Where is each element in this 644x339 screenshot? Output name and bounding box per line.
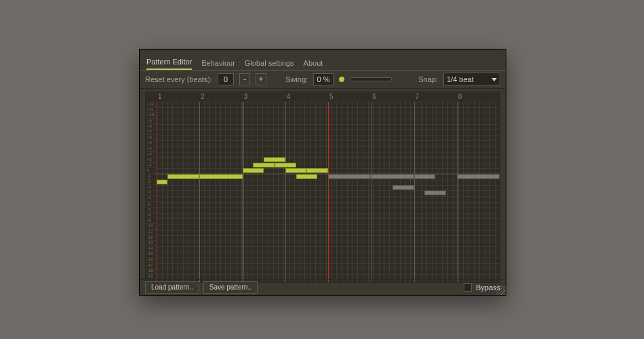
ruler-beat-4: 4	[287, 93, 291, 100]
gutter-label: +1	[147, 163, 152, 167]
tab-about[interactable]: About	[304, 59, 323, 70]
pattern-note[interactable]	[371, 174, 414, 179]
pattern-note[interactable]	[243, 168, 264, 173]
pattern-note[interactable]	[199, 174, 242, 179]
pattern-note[interactable]	[296, 174, 318, 179]
tab-pattern-editor[interactable]: Pattern Editor	[146, 58, 192, 70]
beat-divider	[371, 102, 371, 282]
gutter-label: -12	[147, 235, 153, 239]
gutter-label: +2	[147, 157, 152, 161]
ruler-beat-5: 5	[329, 93, 334, 100]
gutter-label: -11	[147, 230, 153, 234]
pitch-gutter: +12+11+10+9+8+7+6+5+4+3+2+10-1-2-3-4-5-6…	[146, 102, 157, 282]
gutter-label: +5	[147, 140, 152, 144]
tab-global-settings[interactable]: Global settings	[245, 59, 294, 70]
gutter-label: -6	[147, 202, 150, 206]
ruler-beat-6: 6	[372, 93, 376, 100]
gutter-label: -8	[147, 213, 150, 217]
playhead	[328, 102, 329, 282]
beat-ruler[interactable]: 12345678	[157, 92, 500, 102]
gutter-label: -19	[147, 274, 153, 278]
pattern-note[interactable]	[275, 163, 296, 167]
reset-value[interactable]: 0	[218, 73, 234, 85]
gutter-label: -13	[147, 241, 153, 245]
gutter-label: +3	[147, 152, 152, 156]
tab-behaviour[interactable]: Behaviour	[201, 59, 235, 70]
ruler-beat-2: 2	[201, 93, 205, 100]
gutter-label: -1	[147, 174, 150, 178]
gutter-label: -7	[147, 207, 150, 212]
pattern-note[interactable]	[328, 174, 371, 179]
gutter-label: +7	[147, 129, 152, 134]
toolbar: Reset every (beats): 0 - + Swing: 0 % Sn…	[140, 71, 506, 89]
bar-divider	[243, 102, 243, 282]
gutter-label: -2	[147, 180, 150, 184]
plugin-window: Pattern Editor Behaviour Global settings…	[139, 49, 506, 296]
snap-label: Snap:	[418, 75, 438, 83]
gutter-label: -15	[147, 252, 153, 256]
pattern-note[interactable]	[157, 180, 167, 184]
swing-value[interactable]: 0 %	[313, 73, 334, 85]
gutter-label: -10	[147, 224, 153, 228]
gutter-label: -18	[147, 268, 153, 273]
snap-select-value: 1/4 beat	[447, 75, 474, 83]
snap-select[interactable]: 1/4 beat	[443, 73, 500, 86]
pattern-note[interactable]	[264, 157, 285, 162]
reset-increment-button[interactable]: +	[256, 73, 266, 85]
gutter-label: +8	[147, 124, 152, 128]
gutter-label: -5	[147, 196, 150, 200]
ruler-beat-3: 3	[244, 93, 248, 100]
save-pattern-button[interactable]: Save pattern..	[203, 281, 258, 294]
playhead	[157, 102, 157, 282]
gutter-label: -4	[147, 191, 150, 195]
pattern-note[interactable]	[167, 174, 199, 179]
ruler-beat-1: 1	[158, 93, 162, 100]
pattern-note[interactable]	[457, 174, 500, 179]
pattern-grid[interactable]	[157, 102, 500, 282]
pattern-note[interactable]	[414, 174, 436, 179]
resize-handle-icon[interactable]	[496, 285, 506, 295]
beat-divider	[457, 102, 458, 282]
swing-slider[interactable]	[350, 77, 392, 81]
load-pattern-button[interactable]: Load pattern..	[145, 281, 199, 294]
gutter-label: -9	[147, 218, 150, 222]
gutter-label: +6	[147, 135, 152, 139]
pattern-note[interactable]	[285, 168, 307, 173]
pattern-editor: 12345678 +12+11+10+9+8+7+6+5+4+3+2+10-1-…	[145, 92, 500, 283]
ruler-beat-8: 8	[458, 93, 462, 100]
gutter-label: +12	[147, 102, 154, 106]
pattern-note[interactable]	[424, 191, 446, 195]
gutter-label: +11	[147, 107, 154, 111]
beat-divider	[285, 102, 286, 282]
gutter-label: +9	[147, 119, 152, 123]
beat-divider	[199, 102, 200, 282]
tab-bar: Pattern Editor Behaviour Global settings…	[140, 49, 506, 71]
swing-led-icon	[339, 77, 344, 82]
gutter-label: -3	[147, 185, 150, 189]
reset-decrement-button[interactable]: -	[239, 73, 250, 85]
gutter-label: +4	[147, 146, 152, 151]
gutter-label: -17	[147, 263, 153, 267]
chevron-down-icon	[491, 78, 497, 81]
footer: Load pattern.. Save pattern.. Bypass	[140, 279, 506, 295]
beat-divider	[414, 102, 415, 282]
bypass-checkbox[interactable]	[464, 283, 472, 292]
pattern-note[interactable]	[306, 168, 328, 173]
pattern-note[interactable]	[253, 163, 275, 167]
gutter-label: +10	[147, 113, 154, 117]
gutter-label: 0	[147, 168, 149, 172]
swing-label: Swing:	[285, 75, 308, 83]
pattern-note[interactable]	[393, 185, 414, 190]
gutter-label: -16	[147, 258, 153, 262]
gutter-label: -14	[147, 246, 153, 250]
reset-label: Reset every (beats):	[145, 75, 212, 83]
ruler-beat-7: 7	[416, 93, 420, 100]
